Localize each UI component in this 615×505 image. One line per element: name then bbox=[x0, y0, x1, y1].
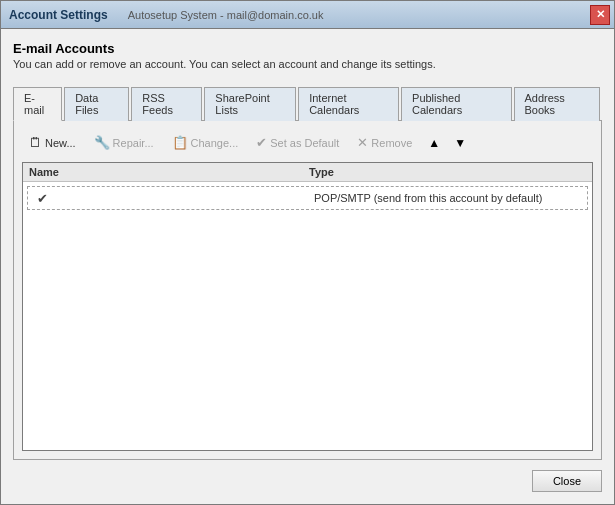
bottom-bar: Close bbox=[13, 460, 602, 492]
toolbar: 🗒 New... 🔧 Repair... 📋 Change... ✔ Set a… bbox=[22, 129, 593, 156]
tab-sharepoint-lists[interactable]: SharePoint Lists bbox=[204, 87, 296, 121]
window-subtitle: Autosetup System - mail@domain.co.uk bbox=[128, 9, 324, 21]
tab-panel-email: 🗒 New... 🔧 Repair... 📋 Change... ✔ Set a… bbox=[13, 121, 602, 460]
section-header: E-mail Accounts You can add or remove an… bbox=[13, 41, 602, 70]
set-default-icon: ✔ bbox=[256, 135, 267, 150]
col-type-header: Type bbox=[309, 166, 586, 178]
down-icon: ▼ bbox=[454, 136, 466, 150]
section-title: E-mail Accounts bbox=[13, 41, 602, 56]
tab-address-books[interactable]: Address Books bbox=[514, 87, 600, 121]
remove-label: Remove bbox=[371, 137, 412, 149]
list-header: Name Type bbox=[23, 163, 592, 182]
tab-email[interactable]: E-mail bbox=[13, 87, 62, 121]
account-settings-window: Account Settings Autosetup System - mail… bbox=[0, 0, 615, 505]
account-type-cell: POP/SMTP (send from this account by defa… bbox=[314, 192, 581, 204]
change-button[interactable]: 📋 Change... bbox=[165, 131, 246, 154]
up-icon: ▲ bbox=[428, 136, 440, 150]
window-title: Account Settings bbox=[9, 8, 108, 22]
repair-icon: 🔧 bbox=[94, 135, 110, 150]
remove-button[interactable]: ✕ Remove bbox=[350, 131, 419, 154]
change-icon: 📋 bbox=[172, 135, 188, 150]
tab-data-files[interactable]: Data Files bbox=[64, 87, 129, 121]
section-description: You can add or remove an account. You ca… bbox=[13, 58, 602, 70]
accounts-list[interactable]: Name Type ✔ POP/SMTP (send from this acc… bbox=[22, 162, 593, 451]
move-up-button[interactable]: ▲ bbox=[423, 132, 445, 154]
tab-internet-calendars[interactable]: Internet Calendars bbox=[298, 87, 399, 121]
repair-button[interactable]: 🔧 Repair... bbox=[87, 131, 161, 154]
remove-icon: ✕ bbox=[357, 135, 368, 150]
move-down-button[interactable]: ▼ bbox=[449, 132, 471, 154]
col-name-header: Name bbox=[29, 166, 309, 178]
tab-rss-feeds[interactable]: RSS Feeds bbox=[131, 87, 202, 121]
new-button[interactable]: 🗒 New... bbox=[22, 131, 83, 154]
default-account-icon: ✔ bbox=[34, 190, 50, 206]
window-content: E-mail Accounts You can add or remove an… bbox=[1, 29, 614, 504]
tab-published-calendars[interactable]: Published Calendars bbox=[401, 87, 511, 121]
new-icon: 🗒 bbox=[29, 135, 42, 150]
repair-label: Repair... bbox=[113, 137, 154, 149]
new-label: New... bbox=[45, 137, 76, 149]
set-default-button[interactable]: ✔ Set as Default bbox=[249, 131, 346, 154]
close-button[interactable]: Close bbox=[532, 470, 602, 492]
set-default-label: Set as Default bbox=[270, 137, 339, 149]
table-row[interactable]: ✔ POP/SMTP (send from this account by de… bbox=[27, 186, 588, 210]
tabs-container: E-mail Data Files RSS Feeds SharePoint L… bbox=[13, 86, 602, 121]
window-close-button[interactable]: ✕ bbox=[590, 5, 610, 25]
title-bar: Account Settings Autosetup System - mail… bbox=[1, 1, 614, 29]
change-label: Change... bbox=[191, 137, 239, 149]
